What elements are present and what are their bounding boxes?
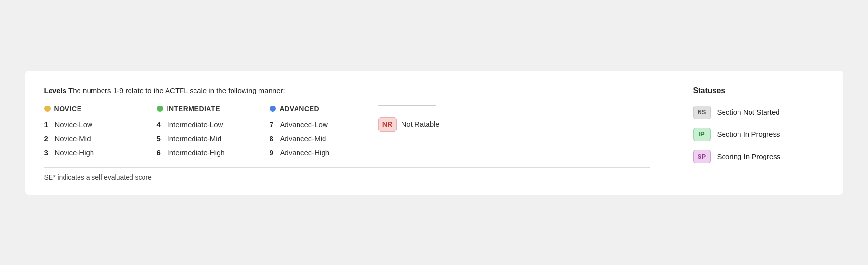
advanced-sub-1: 7 Advanced-Low [270, 118, 371, 132]
intermediate-sub-3: 6 Intermediate-High [157, 146, 258, 159]
novice-label-row: NOVICE [44, 105, 145, 113]
advanced-dot [270, 106, 276, 112]
levels-header: Levels The numbers 1-9 relate to the ACT… [44, 86, 650, 94]
ns-badge: NS [693, 106, 711, 119]
intermediate-label-row: INTERMEDIATE [157, 105, 258, 113]
novice-name: NOVICE [54, 105, 82, 113]
ns-label: Section Not Started [717, 108, 780, 116]
novice-sub-1: 1 Novice-Low [44, 118, 145, 132]
main-card: Levels The numbers 1-9 relate to the ACT… [25, 71, 843, 195]
intermediate-sub-2: 5 Intermediate-Mid [157, 132, 258, 146]
intermediate-label-2: Intermediate-Mid [168, 134, 222, 143]
nr-label: Not Ratable [402, 120, 440, 128]
novice-label-2: Novice-Mid [55, 134, 91, 143]
levels-section: Levels The numbers 1-9 relate to the ACT… [44, 86, 670, 181]
status-not-started: NS Section Not Started [693, 106, 824, 119]
advanced-column: ADVANCED 7 Advanced-Low 8 Advanced-Mid 9… [270, 105, 371, 159]
ip-label: Section In Progress [717, 130, 780, 138]
intermediate-column: INTERMEDIATE 4 Intermediate-Low 5 Interm… [157, 105, 258, 159]
novice-sub-3: 3 Novice-High [44, 146, 145, 159]
status-scoring-progress: SP Scoring In Progress [693, 150, 824, 163]
intermediate-num-2: 5 [157, 134, 166, 143]
nr-badge: NR [378, 117, 397, 132]
advanced-label-3: Advanced-High [280, 148, 330, 157]
advanced-num-2: 8 [270, 134, 278, 143]
nr-row: NR Not Ratable [378, 117, 457, 132]
advanced-num-3: 9 [270, 148, 278, 157]
intermediate-sub-1: 4 Intermediate-Low [157, 118, 258, 132]
levels-bold-label: Levels [44, 86, 67, 94]
novice-column: NOVICE 1 Novice-Low 2 Novice-Mid 3 Novic… [44, 105, 145, 159]
novice-label-1: Novice-Low [55, 120, 92, 129]
ip-badge: IP [693, 128, 711, 141]
advanced-sub-2: 8 Advanced-Mid [270, 132, 371, 146]
sp-badge: SP [693, 150, 711, 163]
intermediate-num-1: 4 [157, 120, 166, 129]
intermediate-num-3: 6 [157, 148, 166, 157]
footer-divider [44, 167, 650, 168]
advanced-label-row: ADVANCED [270, 105, 371, 113]
statuses-title: Statuses [693, 86, 824, 95]
nr-divider [378, 105, 436, 106]
novice-num-1: 1 [44, 120, 53, 129]
sp-label: Scoring In Progress [717, 152, 781, 160]
advanced-num-1: 7 [270, 120, 278, 129]
advanced-label-2: Advanced-Mid [280, 134, 326, 143]
footer-note: SE* indicates a self evaluated score [44, 173, 650, 181]
novice-label-3: Novice-High [55, 148, 94, 157]
advanced-name: ADVANCED [280, 105, 320, 113]
novice-num-2: 2 [44, 134, 53, 143]
nr-column: NR Not Ratable [371, 105, 457, 159]
advanced-sub-3: 9 Advanced-High [270, 146, 371, 159]
intermediate-name: INTERMEDIATE [167, 105, 220, 113]
intermediate-label-3: Intermediate-High [168, 148, 225, 157]
intermediate-dot [157, 106, 163, 112]
statuses-section: Statuses NS Section Not Started IP Secti… [670, 86, 824, 181]
advanced-label-1: Advanced-Low [280, 120, 328, 129]
novice-num-3: 3 [44, 148, 53, 157]
novice-sub-2: 2 Novice-Mid [44, 132, 145, 146]
novice-dot [44, 106, 51, 112]
intermediate-label-1: Intermediate-Low [168, 120, 223, 129]
status-in-progress: IP Section In Progress [693, 128, 824, 141]
levels-description: The numbers 1-9 relate to the ACTFL scal… [66, 86, 285, 94]
columns-row: NOVICE 1 Novice-Low 2 Novice-Mid 3 Novic… [44, 105, 650, 159]
